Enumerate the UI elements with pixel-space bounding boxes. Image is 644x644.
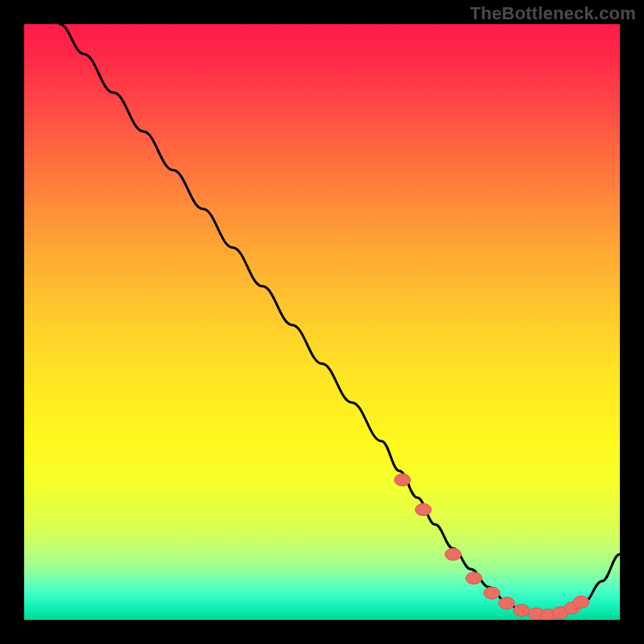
bottleneck-curve (60, 24, 620, 616)
curve-marker (484, 587, 500, 599)
curve-marker (415, 504, 431, 516)
curve-marker (573, 596, 589, 608)
curve-marker (394, 474, 411, 486)
curve-markers (394, 474, 589, 620)
chart-frame: TheBottleneck.com (0, 0, 644, 644)
plot-area (24, 24, 620, 620)
curve-marker (498, 597, 514, 609)
curve-marker (466, 572, 482, 584)
curve-marker (514, 605, 530, 617)
curve-layer (24, 24, 620, 620)
watermark-text: TheBottleneck.com (470, 3, 636, 24)
curve-marker (445, 548, 461, 560)
